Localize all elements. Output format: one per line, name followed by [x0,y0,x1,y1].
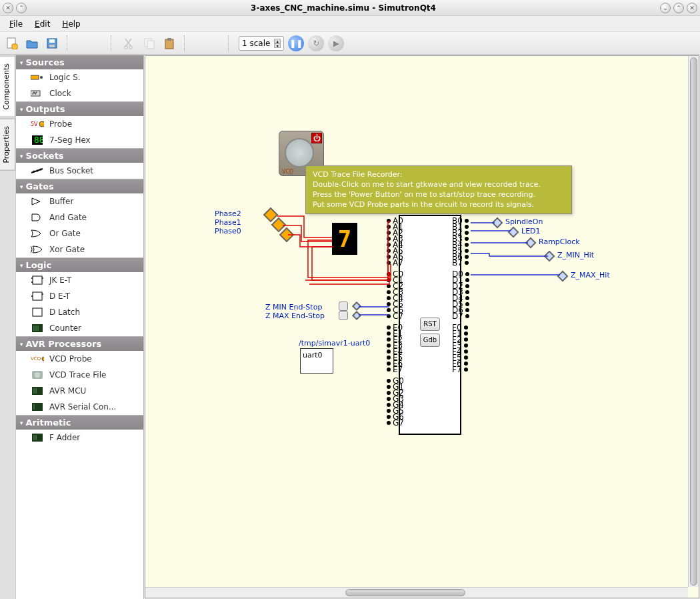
component-icon [31,196,44,207]
pin-C7[interactable]: C7 [387,313,403,319]
label-spindleon: SpindleOn [505,217,543,226]
menu-edit[interactable]: Edit [29,18,55,30]
vcd-power-button[interactable]: ⏻ [311,133,322,143]
section-sources[interactable]: Sources [16,55,143,69]
svg-text:88: 88 [34,135,43,145]
svg-rect-31 [35,326,37,331]
scale-up[interactable]: ▴ [274,39,281,43]
pin-D7[interactable]: D7 [452,313,469,319]
seven-seg-display: 7 [332,223,357,255]
horizontal-scrollbar[interactable] [145,587,688,598]
menu-file[interactable]: File [4,18,28,30]
endstop-probe-1[interactable] [352,311,361,320]
component-avr-mcu[interactable]: AVR MCU [16,383,143,399]
svg-point-14 [39,121,44,127]
maximize-button[interactable]: ⌃ [673,3,684,13]
svg-rect-10 [167,38,171,41]
canvas-area[interactable]: ⏻VCDVCD Trace File Recorder:Double-Click… [145,55,699,598]
component-probe[interactable]: 5VProbe [16,116,143,132]
reload-button[interactable]: ↻ [308,35,324,51]
section-aritmetic[interactable]: Aritmetic [16,415,143,430]
shade-button[interactable]: ⌃ [16,3,27,13]
label-endstop-1: Z MAX End-Stop [265,312,325,320]
paste-icon[interactable] [161,35,177,51]
component-vcd-trace-file[interactable]: VCD Trace File [16,367,143,383]
component-icon [31,72,44,83]
component-and-gate[interactable]: And Gate [16,209,143,225]
probe-rampclock[interactable] [525,237,537,249]
probe-spindleon[interactable] [492,217,503,229]
mcu-gdb-button[interactable]: Gdb [420,334,440,347]
pin-E7[interactable]: E7 [387,366,403,372]
tab-components[interactable]: Components [0,56,15,117]
component-vcd-probe[interactable]: VCDVCD Probe [16,351,143,367]
component-f-adder[interactable]: F Adder [16,430,143,446]
tab-properties[interactable]: Properties [0,119,15,171]
label-z_max_hit: Z_MAX_Hit [571,271,610,279]
section-avr-processors[interactable]: AVR Processors [16,336,143,351]
section-sockets[interactable]: Sockets [16,148,143,163]
pin-B7[interactable]: B7 [452,259,469,265]
probe-z_max_hit[interactable] [557,271,569,282]
run-button[interactable]: ▶ [328,35,344,51]
svg-rect-30 [33,326,35,331]
scale-down[interactable]: ▾ [274,43,281,48]
component-jk-e-t[interactable]: JK E-T [16,272,143,288]
svg-point-20 [40,169,42,171]
side-tab-strip: Components Properties [0,55,16,599]
section-logic[interactable]: Logic [16,257,143,272]
svg-rect-38 [35,388,37,394]
minimize-button[interactable]: ⌄ [660,3,671,13]
component-buffer[interactable]: Buffer [16,193,143,209]
probe-z_min_hit[interactable] [544,251,555,262]
vertical-scrollbar[interactable] [688,56,699,587]
component-counter[interactable]: Counter [16,320,143,336]
window-title: 3-axes_CNC_machine.simu - SimutronQt4 [27,3,660,13]
save-file-icon[interactable] [44,35,60,51]
label-phase2: Phase2 [215,209,241,218]
vcd-label: VCD [282,169,293,175]
svg-point-23 [31,281,33,283]
label-phase1: Phase1 [215,218,241,227]
pin-A7[interactable]: A7 [387,259,403,265]
component-bus-socket[interactable]: Bus Socket [16,163,143,179]
close-button[interactable]: ✕ [687,3,697,13]
svg-rect-1 [12,44,17,49]
svg-rect-4 [49,45,55,47]
component-d-e-t[interactable]: D E-T [16,288,143,304]
svg-point-12 [40,76,43,79]
pin-G7[interactable]: G7 [387,420,404,426]
label-led1: LED1 [521,227,541,235]
endstop-switch-0[interactable] [339,302,348,311]
mcu-rst-button[interactable]: RST [420,318,440,331]
svg-rect-25 [33,292,42,300]
section-gates[interactable]: Gates [16,179,143,193]
svg-rect-11 [31,75,39,79]
component-logic-s-[interactable]: Logic S. [16,69,143,85]
pin-F7[interactable]: F7 [452,366,468,372]
component-or-gate[interactable]: Or Gate [16,225,143,241]
endstop-probe-0[interactable] [352,302,361,311]
new-file-icon[interactable] [4,35,20,51]
pause-button[interactable]: ❚❚ [288,35,304,51]
scale-selector[interactable]: 1 scale ▴▾ [239,36,284,51]
label-endstop-0: Z MIN End-Stop [265,303,322,312]
endstop-switch-1[interactable] [339,311,348,320]
copy-icon[interactable] [141,35,157,51]
uart-box[interactable]: uart0 [300,348,333,374]
component-xor-gate[interactable]: Xor Gate [16,241,143,257]
component-7-seg-hex[interactable]: 887-Seg Hex [16,132,143,148]
toolbar: 1 scale ▴▾ ❚❚ ↻ ▶ [0,32,700,55]
open-file-icon[interactable] [24,35,40,51]
menu-help[interactable]: Help [57,18,85,30]
svg-rect-37 [33,388,35,394]
component-avr-serial-con-[interactable]: AVR Serial Con... [16,399,143,415]
section-outputs[interactable]: Outputs [16,101,143,116]
component-icon: 88 [31,135,44,145]
component-clock[interactable]: Clock [16,85,143,101]
svg-rect-21 [33,276,42,284]
component-d-latch[interactable]: D Latch [16,304,143,320]
app-menu-button[interactable]: ✕ [3,3,13,13]
cut-icon[interactable] [121,35,137,51]
probe-led1[interactable] [508,227,519,238]
